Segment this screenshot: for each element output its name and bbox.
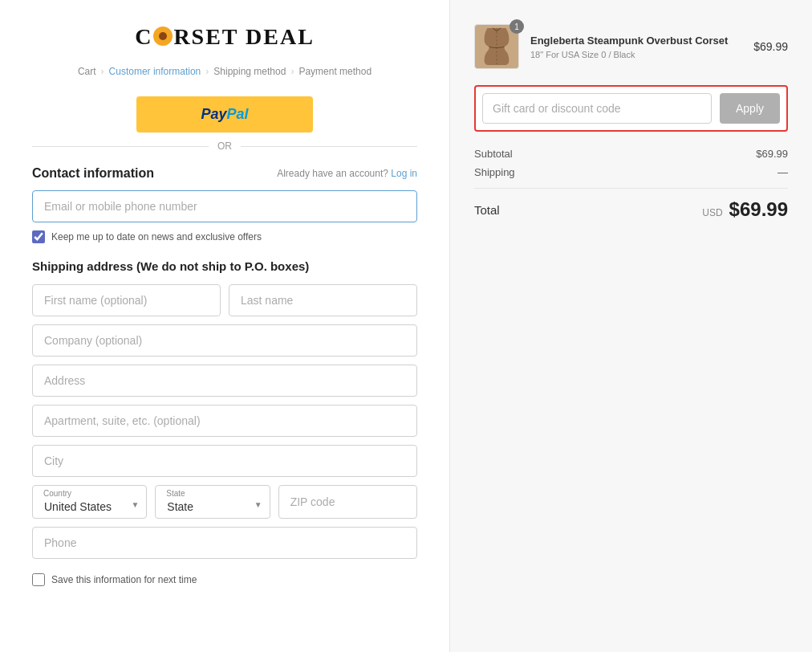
newsletter-row: Keep me up to date on news and exclusive… bbox=[32, 230, 417, 243]
paypal-logo: PayPal bbox=[201, 106, 248, 123]
total-currency: USD bbox=[702, 207, 722, 218]
apply-button[interactable]: Apply bbox=[720, 93, 780, 124]
save-checkbox[interactable] bbox=[32, 573, 45, 586]
total-value: $69.99 bbox=[729, 198, 788, 220]
last-name-field[interactable] bbox=[229, 284, 417, 316]
subtotal-row: Subtotal $69.99 bbox=[474, 148, 788, 160]
logo: CRSET DEAL bbox=[135, 24, 315, 49]
product-item: 1 Engleberta Steampunk Overbust Corset 1… bbox=[474, 24, 788, 69]
zip-field[interactable] bbox=[278, 485, 417, 519]
name-row bbox=[32, 284, 417, 324]
first-name-field[interactable] bbox=[32, 284, 221, 316]
quantity-badge: 1 bbox=[510, 19, 524, 34]
country-label: Country bbox=[43, 489, 71, 498]
login-link[interactable]: Log in bbox=[391, 168, 417, 179]
breadcrumb-customer-info[interactable]: Customer information bbox=[109, 66, 201, 77]
login-link-text: Already have an account? Log in bbox=[277, 168, 417, 179]
newsletter-label: Keep me up to date on news and exclusive… bbox=[51, 231, 262, 242]
total-amount-area: USD $69.99 bbox=[702, 198, 788, 221]
shipping-label: Shipping bbox=[474, 166, 515, 178]
newsletter-checkbox[interactable] bbox=[32, 230, 45, 243]
shipping-title: Shipping address (We do not ship to P.O.… bbox=[32, 259, 417, 273]
discount-input[interactable] bbox=[482, 93, 712, 124]
state-wrapper: State State ▼ bbox=[155, 485, 270, 527]
location-row: Country United States ▼ State State ▼ bbox=[32, 485, 417, 527]
logo-area: CRSET DEAL bbox=[32, 24, 417, 50]
shipping-row: Shipping — bbox=[474, 166, 788, 178]
breadcrumb: Cart › Customer information › Shipping m… bbox=[32, 66, 417, 77]
left-panel: CRSET DEAL Cart › Customer information ›… bbox=[0, 0, 449, 652]
paypal-button[interactable]: PayPal bbox=[136, 96, 313, 132]
summary-divider bbox=[474, 188, 788, 189]
breadcrumb-sep-3: › bbox=[290, 66, 294, 77]
product-price: $69.99 bbox=[753, 40, 788, 53]
discount-area: Apply bbox=[474, 85, 788, 132]
subtotal-label: Subtotal bbox=[474, 148, 513, 160]
breadcrumb-cart[interactable]: Cart bbox=[78, 66, 96, 77]
phone-field[interactable] bbox=[32, 527, 417, 559]
product-image-wrapper: 1 bbox=[474, 24, 519, 69]
product-name: Engleberta Steampunk Overbust Corset bbox=[530, 34, 742, 48]
total-label: Total bbox=[474, 203, 500, 217]
product-variant: 18" For USA Size 0 / Black bbox=[530, 50, 742, 59]
apartment-field[interactable] bbox=[32, 405, 417, 437]
breadcrumb-shipping-method[interactable]: Shipping method bbox=[213, 66, 286, 77]
company-field[interactable] bbox=[32, 324, 417, 357]
address-field[interactable] bbox=[32, 365, 417, 397]
contact-title: Contact information bbox=[32, 166, 154, 181]
logo-icon bbox=[153, 26, 173, 46]
save-label: Save this information for next time bbox=[51, 574, 197, 585]
breadcrumb-payment-method[interactable]: Payment method bbox=[298, 66, 371, 77]
city-field[interactable] bbox=[32, 445, 417, 477]
breadcrumb-sep-1: › bbox=[101, 66, 104, 77]
or-divider: OR bbox=[32, 141, 417, 152]
state-label: State bbox=[166, 489, 185, 498]
country-wrapper: Country United States ▼ bbox=[32, 485, 147, 527]
total-row: Total USD $69.99 bbox=[474, 198, 788, 221]
save-row: Save this information for next time bbox=[32, 573, 417, 586]
contact-section-header: Contact information Already have an acco… bbox=[32, 166, 417, 181]
email-field[interactable] bbox=[32, 190, 417, 222]
breadcrumb-sep-2: › bbox=[205, 66, 209, 77]
right-panel: 1 Engleberta Steampunk Overbust Corset 1… bbox=[449, 0, 812, 652]
shipping-value: — bbox=[777, 166, 788, 178]
product-info: Engleberta Steampunk Overbust Corset 18"… bbox=[530, 34, 742, 59]
subtotal-value: $69.99 bbox=[756, 148, 788, 160]
product-image-icon bbox=[481, 26, 513, 67]
